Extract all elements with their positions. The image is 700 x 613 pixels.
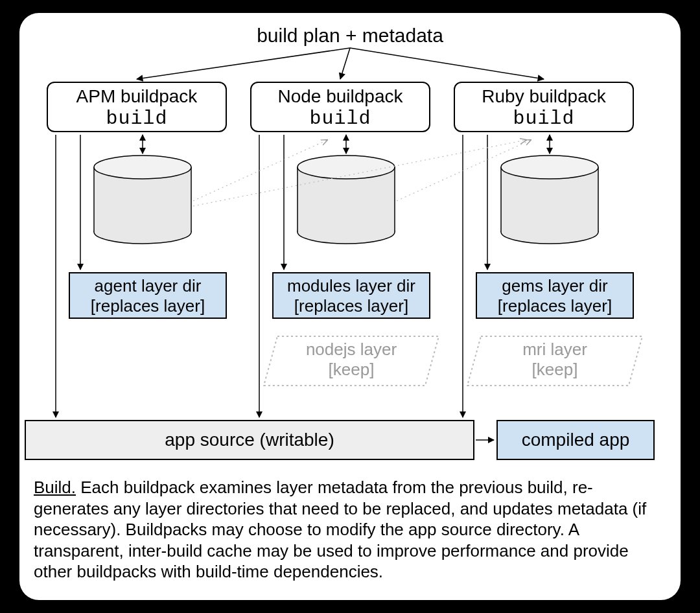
layer-dir-modules: modules layer dir [replaces layer]	[272, 272, 430, 319]
cache-node: Node cache	[301, 187, 391, 227]
keep-layer-nodejs-line1: nodejs layer	[263, 340, 439, 360]
buildpack-apm-build: build	[48, 108, 226, 130]
keep-layer-mri: mri layer [keep]	[467, 336, 643, 386]
svg-point-19	[501, 156, 598, 179]
layer-dir-gems: gems layer dir [replaces layer]	[476, 272, 634, 319]
layer-dir-agent: agent layer dir [replaces layer]	[69, 272, 227, 319]
cache-apm: APM cache	[97, 187, 188, 227]
diagram-canvas: build plan + metadata APM buildpack buil…	[19, 13, 681, 600]
layer-dir-gems-line2: [replaces layer]	[477, 296, 633, 316]
svg-line-4	[350, 48, 544, 79]
cache-ruby: Ruby cache	[504, 187, 595, 227]
buildpack-ruby: Ruby buildpack build	[454, 82, 634, 132]
buildpack-ruby-build: build	[455, 108, 633, 130]
buildpack-ruby-name: Ruby buildpack	[455, 83, 633, 108]
buildpack-node: Node buildpack build	[250, 82, 430, 132]
layer-dir-agent-line2: [replaces layer]	[70, 296, 226, 316]
caption-body: Each buildpack examines layer metadata f…	[34, 478, 646, 581]
keep-layer-nodejs: nodejs layer [keep]	[263, 336, 439, 386]
svg-line-3	[340, 48, 350, 79]
buildpack-apm-name: APM buildpack	[48, 83, 226, 108]
caption-lead: Build.	[34, 478, 76, 497]
svg-point-9	[94, 156, 191, 179]
diagram-caption: Build. Each buildpack examines layer met…	[34, 477, 666, 583]
compiled-app: compiled app	[496, 420, 655, 460]
layer-dir-modules-line2: [replaces layer]	[274, 296, 429, 316]
layer-dir-gems-line1: gems layer dir	[477, 276, 633, 296]
svg-line-2	[137, 48, 350, 79]
keep-layer-mri-line1: mri layer	[467, 340, 643, 360]
cache-apm-line2: cache	[97, 207, 188, 227]
keep-layer-mri-line2: [keep]	[467, 360, 643, 380]
cache-node-line1: Node	[301, 187, 391, 207]
cache-node-line2: cache	[301, 207, 391, 227]
cache-apm-line1: APM	[97, 187, 188, 207]
diagram-title: build plan + metadata	[220, 25, 480, 47]
layer-dir-modules-line1: modules layer dir	[274, 276, 429, 296]
svg-point-14	[298, 156, 395, 179]
cache-ruby-line2: cache	[504, 207, 595, 227]
buildpack-node-name: Node buildpack	[251, 83, 429, 108]
keep-layer-nodejs-line2: [keep]	[263, 360, 439, 380]
buildpack-apm: APM buildpack build	[47, 82, 227, 132]
layer-dir-agent-line1: agent layer dir	[70, 276, 226, 296]
cache-ruby-line1: Ruby	[504, 187, 595, 207]
buildpack-node-build: build	[251, 108, 429, 130]
app-source: app source (writable)	[25, 420, 474, 460]
